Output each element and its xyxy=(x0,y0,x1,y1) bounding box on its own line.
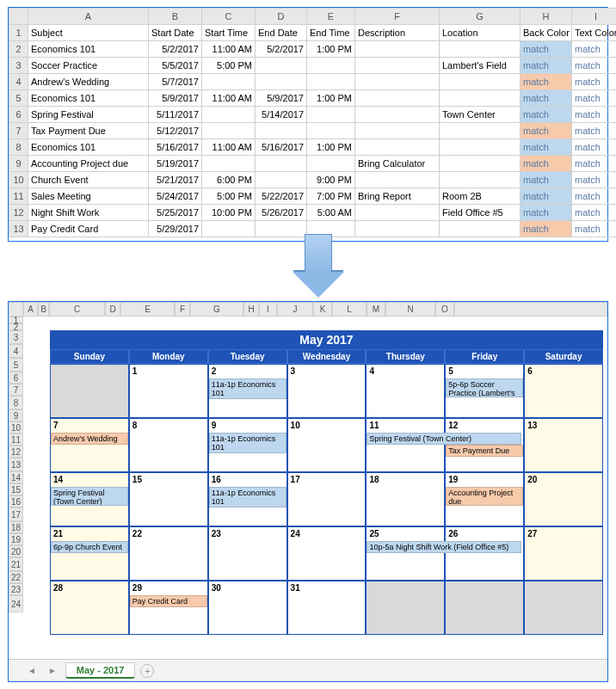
cell[interactable] xyxy=(440,90,521,107)
row-header[interactable]: 6 xyxy=(9,372,23,384)
cell[interactable]: Description xyxy=(355,25,440,41)
row-header[interactable]: 16 xyxy=(9,495,23,508)
cell[interactable]: Soccer Practice xyxy=(28,58,149,74)
column-header[interactable]: A xyxy=(23,302,38,317)
cell[interactable]: 9:00 PM xyxy=(307,172,355,188)
cell[interactable]: 5/29/2017 xyxy=(149,221,202,237)
calendar-cell[interactable]: 1611a-1p Economics 101 xyxy=(208,472,287,526)
row-header[interactable]: 2 xyxy=(9,41,28,58)
cell[interactable]: 10:00 PM xyxy=(202,205,256,221)
cell[interactable]: 5/2/2017 xyxy=(256,41,307,58)
row-header[interactable]: 1 xyxy=(9,25,28,41)
cell[interactable]: 5/9/2017 xyxy=(256,90,307,107)
cell[interactable]: 5/16/2017 xyxy=(256,139,307,156)
nav-prev-icon[interactable]: ◄ xyxy=(24,666,40,675)
calendar-cell[interactable]: 216p-9p Church Event xyxy=(50,526,129,581)
row-header[interactable]: 10 xyxy=(9,172,28,188)
calendar-event[interactable]: 6p-9p Church Event xyxy=(51,541,128,553)
row-header[interactable]: 7 xyxy=(9,384,23,396)
row-header[interactable]: 23 xyxy=(9,583,23,595)
cell[interactable] xyxy=(440,172,521,188)
column-header[interactable]: E xyxy=(307,9,355,25)
calendar-event[interactable]: Tax Payment Due xyxy=(446,445,523,457)
cell[interactable]: Church Event xyxy=(28,172,149,188)
cell[interactable] xyxy=(355,107,440,123)
row-header[interactable]: 9 xyxy=(9,409,23,421)
calendar-cell[interactable]: 11Spring Festival (Town Center) xyxy=(366,418,445,472)
cell[interactable] xyxy=(202,156,256,172)
column-header[interactable]: J xyxy=(277,302,313,317)
calendar-cell[interactable]: 55p-6p Soccer Practice (Lambert's xyxy=(445,364,524,418)
row-header[interactable]: 13 xyxy=(9,221,28,237)
cell[interactable] xyxy=(440,74,521,90)
column-header[interactable]: D xyxy=(256,9,307,25)
cell[interactable]: 5/14/2017 xyxy=(256,107,307,123)
cell[interactable]: 5/16/2017 xyxy=(149,139,202,156)
calendar-cell[interactable]: 211a-1p Economics 101 xyxy=(208,364,287,418)
cell[interactable] xyxy=(355,90,440,107)
cell[interactable]: match xyxy=(521,58,572,74)
cell[interactable]: match xyxy=(572,172,617,188)
calendar-cell[interactable]: 12Tax Payment Due xyxy=(445,418,524,472)
cell[interactable]: match xyxy=(572,58,617,74)
cell[interactable]: Start Date xyxy=(149,25,202,41)
cell[interactable]: Tax Payment Due xyxy=(28,123,149,139)
cell[interactable] xyxy=(440,41,521,58)
cell[interactable]: match xyxy=(572,188,617,205)
cell[interactable] xyxy=(355,221,440,237)
row-header[interactable]: 17 xyxy=(9,508,23,521)
cell[interactable]: match xyxy=(521,139,572,156)
column-header[interactable]: G xyxy=(440,9,521,25)
cell[interactable]: Start Time xyxy=(202,25,256,41)
cell[interactable] xyxy=(307,74,355,90)
column-header[interactable]: C xyxy=(49,302,105,317)
column-header[interactable]: L xyxy=(332,302,367,317)
cell[interactable]: 11:00 AM xyxy=(202,90,256,107)
calendar-cell[interactable]: 26 xyxy=(445,526,524,581)
add-sheet-icon[interactable]: + xyxy=(140,664,154,678)
column-header[interactable]: A xyxy=(28,9,149,25)
calendar-event[interactable]: 11a-1p Economics 101 xyxy=(209,378,286,399)
cell[interactable]: Economics 101 xyxy=(28,41,149,58)
calendar-event[interactable]: Accounting Project due xyxy=(446,487,523,506)
cell[interactable]: Subject xyxy=(28,25,149,41)
calendar-cell[interactable]: 4 xyxy=(366,364,445,418)
cell[interactable]: 5/19/2017 xyxy=(149,156,202,172)
calendar-cell[interactable]: 15 xyxy=(129,472,208,526)
cell[interactable]: 5/25/2017 xyxy=(149,205,202,221)
column-header[interactable]: N xyxy=(385,302,435,317)
cell[interactable]: 5/5/2017 xyxy=(149,58,202,74)
cell[interactable]: Sales Meeting xyxy=(28,188,149,205)
cell[interactable]: match xyxy=(521,41,572,58)
calendar-cell[interactable]: 6 xyxy=(524,364,603,418)
cell[interactable]: match xyxy=(572,74,617,90)
calendar-cell[interactable]: 24 xyxy=(287,526,367,581)
row-header[interactable]: 9 xyxy=(9,156,28,172)
cell[interactable]: 5/7/2017 xyxy=(149,74,202,90)
cell[interactable]: Bring Calculator xyxy=(355,156,440,172)
calendar-cell[interactable] xyxy=(50,364,129,418)
column-header[interactable]: H xyxy=(243,302,259,317)
cell[interactable]: match xyxy=(572,205,617,221)
cell[interactable]: Field Office #5 xyxy=(440,205,521,221)
cell[interactable]: Room 2B xyxy=(440,188,521,205)
cell[interactable]: Economics 101 xyxy=(28,139,149,156)
row-header[interactable]: 8 xyxy=(9,139,28,156)
row-header[interactable]: 15 xyxy=(9,483,23,495)
cell[interactable]: match xyxy=(521,205,572,221)
row-header[interactable]: 5 xyxy=(9,90,28,107)
cell[interactable]: Accounting Project due xyxy=(28,156,149,172)
cell[interactable]: 11:00 AM xyxy=(202,139,256,156)
column-header[interactable] xyxy=(9,302,23,317)
row-header[interactable]: 6 xyxy=(9,107,28,123)
column-header[interactable]: B xyxy=(149,9,202,25)
calendar-event[interactable]: Pay Credit Card xyxy=(130,595,207,607)
calendar-cell[interactable]: 13 xyxy=(524,418,603,472)
cell[interactable]: 5/21/2017 xyxy=(149,172,202,188)
column-header[interactable]: E xyxy=(120,302,175,317)
cell[interactable]: Spring Festival xyxy=(28,107,149,123)
column-header[interactable]: M xyxy=(367,302,385,317)
column-header[interactable] xyxy=(9,9,28,25)
event-table[interactable]: ABCDEFGHI1SubjectStart DateStart TimeEnd… xyxy=(9,8,616,237)
row-header[interactable]: 20 xyxy=(9,545,23,557)
